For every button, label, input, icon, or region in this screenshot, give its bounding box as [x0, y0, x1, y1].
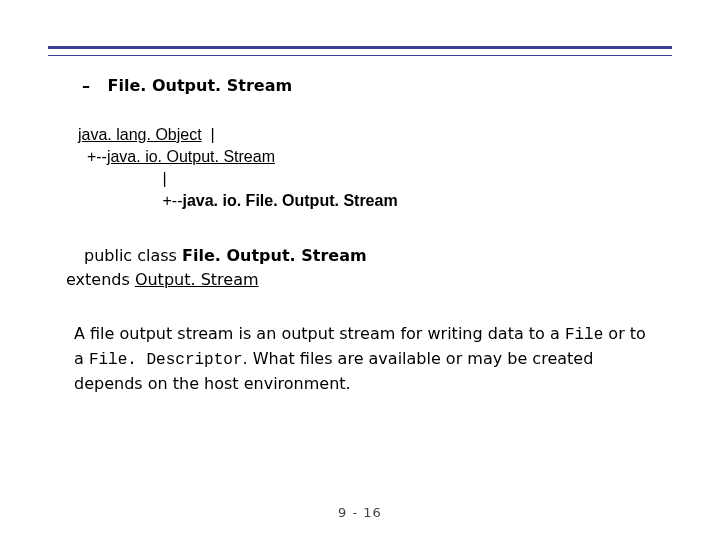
heading-dash: –	[82, 76, 90, 95]
page-number: 9 - 16	[0, 505, 720, 520]
heading-title: File. Output. Stream	[108, 76, 293, 95]
divider-thin	[48, 55, 672, 56]
decl-extends: extends	[66, 270, 135, 289]
decl-public-class: public class	[84, 246, 182, 265]
desc-code-file: File	[565, 326, 603, 344]
class-declaration: public class File. Output. Stream extend…	[66, 244, 367, 292]
hierarchy-branch2-prefix: | +--	[78, 170, 182, 209]
desc-text-1: A file output stream is an output stream…	[74, 324, 565, 343]
decl-classname: File. Output. Stream	[182, 246, 367, 265]
class-hierarchy: java. lang. Object | +--java. io. Output…	[78, 124, 398, 212]
hierarchy-root-link[interactable]: java. lang. Object	[78, 126, 202, 143]
class-description: A file output stream is an output stream…	[74, 322, 646, 396]
hierarchy-leaf: java. io. File. Output. Stream	[182, 192, 397, 209]
decl-superclass-link[interactable]: Output. Stream	[135, 270, 259, 289]
hierarchy-outputstream-link[interactable]: java. io. Output. Stream	[107, 148, 275, 165]
divider-thick	[48, 46, 672, 49]
desc-code-filedescriptor: File. Descriptor	[89, 351, 243, 369]
section-heading: – File. Output. Stream	[82, 76, 292, 95]
